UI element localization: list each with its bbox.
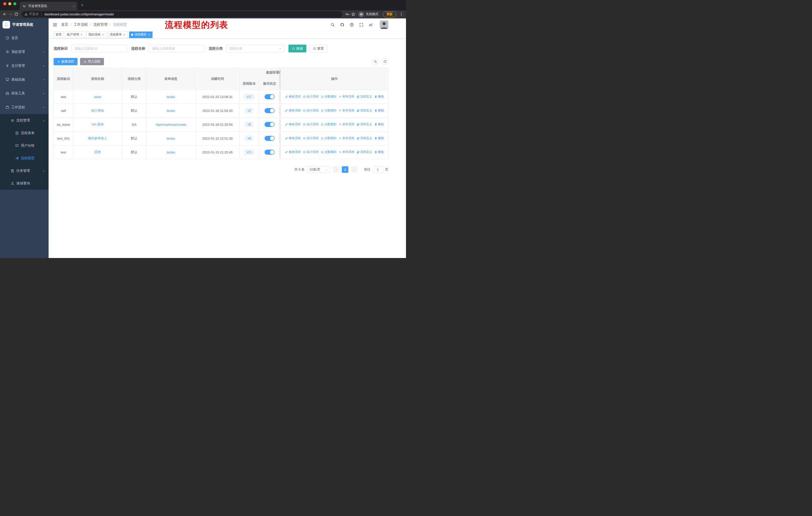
process-name-link[interactable]: 滔博 bbox=[94, 150, 101, 154]
password-key-icon[interactable] bbox=[345, 12, 350, 17]
new-tab-button[interactable] bbox=[81, 3, 84, 7]
action-assign-link[interactable]: 分配规则 bbox=[321, 94, 337, 99]
font-size-icon[interactable] bbox=[369, 23, 373, 27]
browser-tab[interactable]: 芋道管理系统 bbox=[20, 2, 77, 10]
search-button[interactable]: 搜索 bbox=[288, 45, 306, 52]
action-assign-link[interactable]: 分配规则 bbox=[321, 136, 337, 140]
close-window-button[interactable] bbox=[3, 2, 6, 5]
action-publish-link[interactable]: 发布流程 bbox=[339, 150, 354, 154]
tag-tenant-management[interactable]: 租户管理 bbox=[65, 31, 85, 38]
update-button[interactable]: 更新 bbox=[383, 11, 396, 18]
action-delete-link[interactable]: 删除 bbox=[374, 94, 384, 99]
prev-page-button[interactable] bbox=[333, 166, 339, 173]
action-edit-link[interactable]: 修改流程 bbox=[285, 136, 301, 140]
action-definition-link[interactable]: 流程定义 bbox=[356, 94, 372, 99]
action-publish-link[interactable]: 发布流程 bbox=[339, 136, 354, 140]
form-info-link[interactable]: biubiu bbox=[167, 109, 175, 113]
form-info-link[interactable]: /bpm/oa/leave/create bbox=[155, 123, 186, 127]
breadcrumb-item[interactable]: 工作流程 bbox=[74, 22, 88, 27]
close-icon[interactable] bbox=[123, 33, 126, 36]
tag-home[interactable]: 首页 bbox=[54, 31, 64, 38]
action-delete-link[interactable]: 删除 bbox=[374, 136, 384, 140]
minimize-window-button[interactable] bbox=[8, 2, 11, 5]
sidebar-item-dashboard[interactable]: 首页 bbox=[0, 31, 49, 45]
page-size-select[interactable]: 10条/页 bbox=[307, 166, 330, 173]
action-definition-link[interactable]: 流程定义 bbox=[356, 108, 372, 113]
app-logo[interactable]: 芋道管理系统 bbox=[0, 19, 49, 31]
action-edit-link[interactable]: 修改流程 bbox=[285, 150, 301, 154]
active-toggle[interactable] bbox=[265, 94, 274, 99]
tab-close-icon[interactable] bbox=[73, 5, 75, 7]
action-definition-link[interactable]: 流程定义 bbox=[356, 122, 372, 127]
goto-page-input[interactable] bbox=[373, 166, 383, 173]
tag-process-model[interactable]: 流程模型 bbox=[129, 31, 152, 38]
close-icon[interactable] bbox=[102, 33, 105, 36]
close-icon[interactable] bbox=[80, 33, 83, 36]
toggle-search-button[interactable] bbox=[372, 58, 379, 65]
sidebar-item-dev-tools[interactable]: 研发工具 bbox=[0, 86, 49, 100]
action-edit-link[interactable]: 修改流程 bbox=[285, 108, 301, 113]
action-delete-link[interactable]: 删除 bbox=[374, 122, 384, 127]
user-avatar[interactable] bbox=[380, 20, 388, 29]
breadcrumb-item[interactable]: 流程管理 bbox=[93, 22, 108, 27]
close-icon[interactable] bbox=[148, 33, 150, 36]
address-bar[interactable]: 不安全 dashboard.yudao.iocoder.cn/bpm/manag… bbox=[21, 11, 342, 18]
back-icon[interactable] bbox=[2, 12, 7, 17]
import-process-button[interactable]: 导入流程 bbox=[80, 58, 104, 65]
tag-my-process[interactable]: 我的流程 bbox=[86, 31, 107, 38]
github-icon[interactable] bbox=[340, 23, 344, 27]
process-key-input[interactable] bbox=[71, 45, 127, 52]
process-name-link[interactable]: 测试多审批人 bbox=[88, 136, 108, 140]
active-toggle[interactable] bbox=[265, 122, 274, 127]
sidebar-item-process-form[interactable]: 流程表单 bbox=[0, 127, 49, 139]
process-name-link[interactable]: 自己审批 bbox=[91, 109, 104, 112]
reset-button[interactable]: 重置 bbox=[309, 45, 327, 52]
active-toggle[interactable] bbox=[265, 150, 274, 155]
sidebar-item-workflow[interactable]: 工作流程 bbox=[0, 100, 49, 114]
search-icon[interactable] bbox=[330, 23, 335, 27]
sidebar-item-task-management[interactable]: 任务管理 bbox=[0, 165, 49, 177]
sidebar-item-user-group[interactable]: 用户分组 bbox=[0, 139, 49, 152]
action-delete-link[interactable]: 删除 bbox=[374, 150, 384, 154]
action-assign-link[interactable]: 分配规则 bbox=[321, 122, 337, 127]
action-assign-link[interactable]: 分配规则 bbox=[321, 108, 337, 113]
sidebar-toggle-icon[interactable] bbox=[53, 22, 57, 27]
sidebar-item-system-management[interactable]: 系统管理 bbox=[0, 45, 49, 59]
forward-icon[interactable] bbox=[8, 12, 12, 17]
action-design-link[interactable]: 设计流程 bbox=[303, 108, 319, 113]
process-name-link[interactable]: eeee bbox=[94, 95, 101, 99]
form-info-link[interactable]: biubiu bbox=[167, 137, 175, 140]
action-design-link[interactable]: 设计流程 bbox=[303, 122, 319, 127]
action-definition-link[interactable]: 流程定义 bbox=[356, 150, 372, 154]
active-toggle[interactable] bbox=[265, 136, 274, 141]
tag-process-form[interactable]: 流程表单 bbox=[108, 31, 128, 38]
action-design-link[interactable]: 设计流程 bbox=[303, 150, 319, 154]
process-category-select[interactable]: 流程分类 bbox=[226, 45, 284, 52]
action-design-link[interactable]: 设计流程 bbox=[303, 94, 319, 99]
action-edit-link[interactable]: 修改流程 bbox=[285, 94, 301, 99]
action-publish-link[interactable]: 发布流程 bbox=[339, 122, 354, 127]
zoom-window-button[interactable] bbox=[13, 2, 17, 5]
current-page-button[interactable]: 1 bbox=[342, 166, 348, 173]
create-process-button[interactable]: 新建流程 bbox=[54, 58, 78, 65]
sidebar-item-process-model[interactable]: 流程模型 bbox=[0, 152, 49, 165]
bookmark-star-icon[interactable] bbox=[351, 12, 355, 17]
action-edit-link[interactable]: 修改流程 bbox=[285, 122, 301, 127]
action-publish-link[interactable]: 发布流程 bbox=[339, 108, 354, 113]
sidebar-item-process-management[interactable]: 流程管理 bbox=[0, 114, 49, 127]
action-definition-link[interactable]: 流程定义 bbox=[356, 136, 372, 140]
action-publish-link[interactable]: 发布流程 bbox=[339, 94, 354, 99]
action-design-link[interactable]: 设计流程 bbox=[303, 136, 319, 140]
browser-menu-kebab-icon[interactable] bbox=[399, 12, 404, 17]
process-name-link[interactable]: OA 请假 bbox=[92, 123, 104, 126]
reload-icon[interactable] bbox=[14, 12, 18, 17]
breadcrumb-item[interactable]: 首页 bbox=[61, 22, 68, 27]
form-info-link[interactable]: biubiu bbox=[167, 151, 175, 154]
form-info-link[interactable]: biubiu bbox=[167, 95, 175, 99]
fullscreen-icon[interactable] bbox=[359, 23, 364, 27]
help-icon[interactable] bbox=[350, 23, 354, 27]
sidebar-item-leave-query[interactable]: 请假查询 bbox=[0, 177, 49, 190]
next-page-button[interactable] bbox=[351, 166, 357, 173]
refresh-table-button[interactable] bbox=[382, 58, 388, 65]
action-delete-link[interactable]: 删除 bbox=[374, 108, 384, 113]
